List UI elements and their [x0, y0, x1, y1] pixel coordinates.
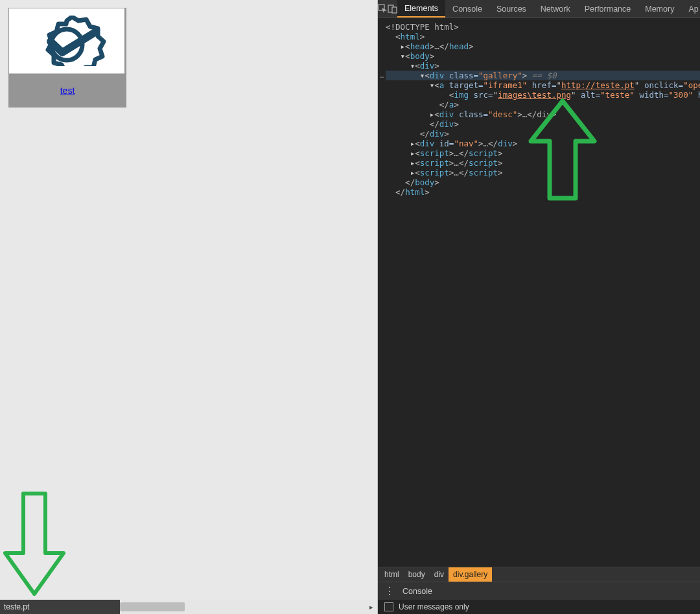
gallery-card: test: [8, 8, 126, 108]
inspect-element-icon[interactable]: [378, 0, 388, 17]
gallery-caption: test: [9, 85, 126, 97]
annotation-arrow-down: [2, 492, 67, 598]
crumb-div[interactable]: div: [430, 567, 449, 582]
tab-network[interactable]: Network: [533, 0, 578, 17]
status-bar: teste.pt: [0, 600, 120, 614]
app-root: test teste.pt ▸ Ele: [0, 0, 700, 614]
status-bar-text: teste.pt: [4, 602, 29, 611]
devtools-panel: Elements Console Sources Network Perform…: [378, 0, 700, 614]
tab-performance[interactable]: Performance: [578, 0, 638, 17]
gallery-link[interactable]: test: [60, 85, 75, 96]
drawer-tab-console[interactable]: Console: [402, 587, 432, 596]
gear-check-icon: [25, 16, 109, 66]
devtools-tabstrip: Elements Console Sources Network Perform…: [378, 0, 700, 18]
tab-console[interactable]: Console: [445, 0, 489, 17]
dom-selected-row[interactable]: ▾<div class="gallery"> == $0: [386, 71, 700, 80]
user-messages-label: User messages only: [399, 602, 469, 611]
tab-elements[interactable]: Elements: [397, 0, 445, 17]
drawer-menu-icon[interactable]: ⋮: [384, 585, 393, 597]
drawer-body: User messages only: [378, 600, 700, 614]
crumb-body[interactable]: body: [404, 567, 430, 582]
user-messages-checkbox[interactable]: [384, 602, 393, 611]
elements-tree[interactable]: <!DOCTYPE html> <html> ▸<head>…</head> ▾…: [378, 18, 700, 567]
devtools-tabs: Elements Console Sources Network Perform…: [397, 0, 700, 17]
drawer-header: ⋮ Console: [378, 582, 700, 600]
tab-more[interactable]: Ap: [681, 0, 700, 17]
tab-sources[interactable]: Sources: [489, 0, 533, 17]
dom-doctype[interactable]: <!DOCTYPE html>: [386, 22, 459, 32]
horizontal-scrollbar[interactable]: ▸: [120, 600, 377, 614]
svg-rect-3: [392, 7, 397, 13]
scrollbar-arrow-right-icon[interactable]: ▸: [366, 600, 377, 614]
gallery-image[interactable]: [9, 8, 124, 74]
device-toolbar-icon[interactable]: [388, 0, 397, 17]
tab-memory[interactable]: Memory: [638, 0, 681, 17]
crumb-divgallery[interactable]: div.gallery: [449, 567, 492, 582]
breadcrumb[interactable]: html body div div.gallery: [378, 567, 700, 582]
crumb-html[interactable]: html: [380, 567, 404, 582]
page-viewport: test teste.pt ▸: [0, 0, 378, 614]
